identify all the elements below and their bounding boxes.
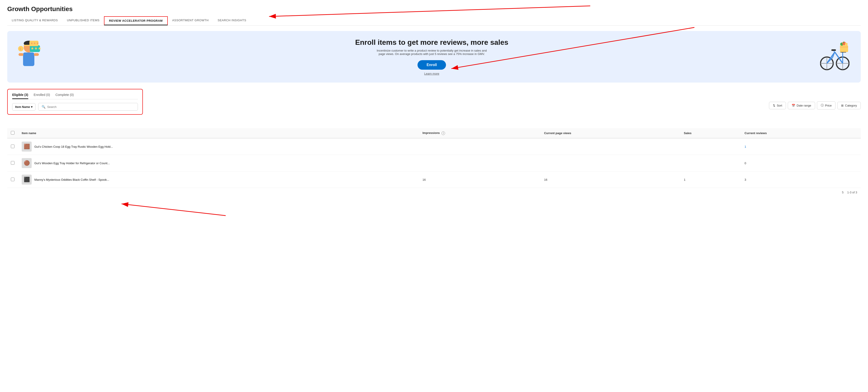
product-image: 🟫 bbox=[22, 142, 32, 152]
pagination-row: 5 1-3 of 3 bbox=[7, 188, 861, 197]
table-body: 🟫 Gui's Chicken Coop 18 Egg Tray Rustic … bbox=[7, 138, 861, 188]
row-reviews: 3 bbox=[741, 172, 861, 188]
row-checkbox-cell bbox=[7, 138, 18, 155]
product-name-text: Gui's Wooden Egg Tray Holder for Refrige… bbox=[34, 161, 110, 165]
product-name-text: Gui's Chicken Coop 18 Egg Tray Rustic Wo… bbox=[34, 145, 113, 148]
search-row: Item Name ▾ 🔍 bbox=[12, 103, 138, 111]
banner: ★★★ ★★★ $ Enroll items to get more revie… bbox=[7, 31, 861, 83]
col-item-name: Item name bbox=[18, 128, 419, 138]
sort-button[interactable]: ⇅ Sort bbox=[769, 102, 786, 109]
search-input-wrap: 🔍 bbox=[38, 103, 138, 111]
svg-rect-5 bbox=[19, 53, 24, 56]
page-info: 1-3 of 3 bbox=[847, 191, 857, 194]
item-name-label: Item Name bbox=[15, 105, 30, 109]
page-title: Growth Opportunities bbox=[7, 5, 861, 13]
table-row: 🟤 Gui's Wooden Egg Tray Holder for Refri… bbox=[7, 155, 861, 172]
row-page-views: 16 bbox=[540, 172, 680, 188]
chevron-down-icon: ▾ bbox=[31, 105, 33, 109]
date-range-button[interactable]: 📅 Date range bbox=[788, 102, 815, 109]
tab-listing-quality[interactable]: LISTING QUALITY & REWARDS bbox=[7, 16, 62, 25]
item-name-dropdown[interactable]: Item Name ▾ bbox=[12, 103, 35, 111]
select-all-checkbox[interactable] bbox=[11, 131, 14, 134]
calendar-icon: 📅 bbox=[792, 104, 795, 107]
svg-line-25 bbox=[834, 51, 835, 52]
svg-text:$: $ bbox=[20, 47, 21, 51]
svg-point-31 bbox=[845, 43, 848, 46]
product-name-text: Manny's Mysterious Oddities Black Coffin… bbox=[34, 178, 109, 181]
tab-search-insights[interactable]: SEARCH INSIGHTS bbox=[213, 16, 251, 25]
svg-rect-6 bbox=[34, 53, 39, 56]
table-controls: ⇅ Sort 📅 Date range ⓘ Price ⊞ Category bbox=[769, 101, 861, 110]
learn-more-link[interactable]: Learn more bbox=[51, 72, 813, 75]
filter-tab-enrolled[interactable]: Enrolled (0) bbox=[34, 93, 50, 99]
row-checkbox[interactable] bbox=[11, 178, 14, 181]
tabs-nav: LISTING QUALITY & REWARDSUNPUBLISHED ITE… bbox=[7, 16, 861, 26]
tab-review-accelerator[interactable]: REVIEW ACCELERATOR PROGRAM bbox=[104, 16, 167, 25]
svg-rect-27 bbox=[840, 45, 848, 52]
review-link[interactable]: 1 bbox=[745, 145, 746, 148]
row-page-views bbox=[540, 155, 680, 172]
select-all-header bbox=[7, 128, 18, 138]
tab-unpublished-items[interactable]: UNPUBLISHED ITEMS bbox=[62, 16, 104, 25]
filter-tabs: Eligible (3)Enrolled (0)Complete (0) bbox=[12, 93, 138, 99]
row-checkbox-cell bbox=[7, 155, 18, 172]
per-page-label: 5 bbox=[842, 191, 844, 194]
banner-content: Enroll items to get more reviews, more s… bbox=[51, 38, 813, 75]
row-sales bbox=[680, 155, 741, 172]
category-button[interactable]: ⊞ Category bbox=[837, 102, 861, 109]
svg-text:★★★: ★★★ bbox=[31, 46, 41, 51]
table-row: 🟫 Gui's Chicken Coop 18 Egg Tray Rustic … bbox=[7, 138, 861, 155]
table-container: Item name Impressions i Current page vie… bbox=[7, 128, 861, 188]
row-item-name: 🟫 Gui's Chicken Coop 18 Egg Tray Rustic … bbox=[18, 138, 419, 155]
grid-icon: ⊞ bbox=[841, 104, 844, 107]
svg-rect-4 bbox=[23, 53, 34, 66]
banner-description: Incentivize customer to write a product … bbox=[375, 49, 488, 56]
svg-rect-32 bbox=[843, 41, 844, 43]
filter-tab-eligible[interactable]: Eligible (3) bbox=[12, 93, 28, 99]
table-header: Item name Impressions i Current page vie… bbox=[7, 128, 861, 138]
row-page-views bbox=[540, 138, 680, 155]
row-checkbox[interactable] bbox=[11, 145, 14, 148]
col-sales: Sales bbox=[680, 128, 741, 138]
search-icon: 🔍 bbox=[41, 105, 45, 109]
row-checkbox[interactable] bbox=[11, 161, 14, 165]
svg-text:★★★: ★★★ bbox=[30, 41, 39, 45]
row-checkbox-cell bbox=[7, 172, 18, 188]
page-container: Growth Opportunities LISTING QUALITY & R… bbox=[0, 0, 868, 202]
filter-tab-complete[interactable]: Complete (0) bbox=[55, 93, 74, 99]
row-impressions bbox=[419, 138, 540, 155]
table-row: ⬛ Manny's Mysterious Oddities Black Coff… bbox=[7, 172, 861, 188]
col-reviews: Current reviews bbox=[741, 128, 861, 138]
row-item-name: ⬛ Manny's Mysterious Oddities Black Coff… bbox=[18, 172, 419, 188]
product-image: ⬛ bbox=[22, 175, 32, 185]
row-sales: 1 bbox=[680, 172, 741, 188]
col-page-views: Current page views bbox=[540, 128, 680, 138]
row-sales bbox=[680, 138, 741, 155]
impressions-info-icon[interactable]: i bbox=[441, 131, 445, 135]
product-image: 🟤 bbox=[22, 158, 32, 168]
search-input[interactable] bbox=[47, 105, 134, 109]
svg-rect-26 bbox=[831, 49, 836, 51]
price-icon: ⓘ bbox=[821, 103, 824, 108]
price-button[interactable]: ⓘ Price bbox=[817, 101, 836, 110]
banner-right-art bbox=[820, 38, 852, 75]
tab-assortment-growth[interactable]: ASSORTMENT GROWTH bbox=[168, 16, 213, 25]
enroll-button[interactable]: Enroll bbox=[417, 60, 446, 70]
row-reviews: 0 bbox=[741, 155, 861, 172]
filter-section: Eligible (3)Enrolled (0)Complete (0) Ite… bbox=[7, 89, 143, 115]
col-impressions: Impressions i bbox=[419, 128, 540, 138]
banner-title: Enroll items to get more reviews, more s… bbox=[51, 38, 813, 47]
data-table: Item name Impressions i Current page vie… bbox=[7, 128, 861, 188]
sort-icon: ⇅ bbox=[773, 104, 775, 107]
row-item-name: 🟤 Gui's Wooden Egg Tray Holder for Refri… bbox=[18, 155, 419, 172]
row-impressions: 16 bbox=[419, 172, 540, 188]
row-reviews: 1 bbox=[741, 138, 861, 155]
row-impressions bbox=[419, 155, 540, 172]
banner-left-art: ★★★ ★★★ $ bbox=[16, 38, 43, 75]
